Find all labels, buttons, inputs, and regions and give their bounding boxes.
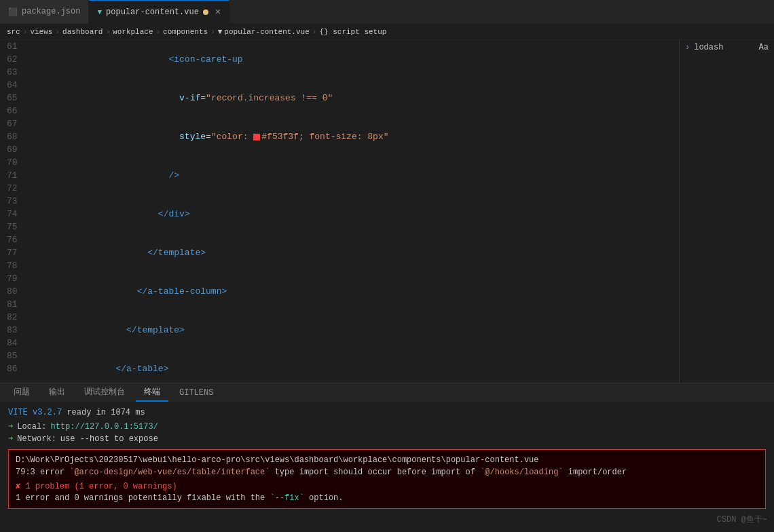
network-url-line: ➜ Network: use --host to expose [8,434,766,444]
code-line-66: </template> [31,233,679,272]
breadcrumb-dashboard: dashboard [62,28,103,36]
breadcrumb-workplace: workplace [113,28,153,36]
tab-package-json[interactable]: ⬛ package.json [0,0,89,24]
breadcrumb-components: components [163,28,208,36]
tab-close-button[interactable]: × [215,7,221,18]
network-text: use --host to expose [60,434,158,444]
network-label: Network: [17,434,56,444]
error-box: D:\Work\PrOjects\20230517\webui\hello-ar… [8,449,766,509]
right-panel-item: lodash [694,43,723,52]
error-count: ✘ 1 problem (1 error, 0 warnings) [16,481,758,491]
code-line-68: </template> [31,311,679,349]
code-editor[interactable]: 61 62 63 64 65 66 67 68 69 70 71 72 73 7… [0,40,679,383]
editor-area: 61 62 63 64 65 66 67 68 69 70 71 72 73 7… [0,40,774,383]
error-message: 79:3 error `@arco-design/web-vue/es/tabl… [16,468,758,477]
local-url: http://127.0.0.1:5173/ [50,422,158,432]
right-panel-aa: Aa [759,43,769,52]
panel-tab-output[interactable]: 输出 [41,383,73,402]
tab-label-popular-content: popular-content.vue [106,7,199,17]
error-fix: 1 error and 0 warnings potentially fixab… [16,493,758,503]
vite-time: 1074 ms [111,408,145,417]
right-panel-header: › lodash Aa [685,43,769,52]
panel-tab-terminal[interactable]: 终端 [136,383,168,402]
code-line-63: style="color: #f53f3f; font-size: 8px" [31,117,679,156]
code-lines[interactable]: <icon-caret-up v-if="record.increases !=… [24,40,679,383]
color-swatch [253,134,260,140]
panel-content: VITE v3.2.7 ready in 1074 ms ➜ Local: ht… [0,402,774,532]
local-url-line: ➜ Local: http://127.0.0.1:5173/ [8,421,766,432]
panel-tabs: 问题 输出 调试控制台 终端 GITLENS [0,383,774,402]
tab-label-package-json: package.json [22,7,80,16]
vue-icon: ▼ [97,8,102,16]
tab-popular-content-vue[interactable]: ▼ popular-content.vue × [89,0,229,24]
code-line-65: </div> [31,195,679,233]
panel-tab-debug[interactable]: 调试控制台 [76,383,133,402]
breadcrumb-views: views [30,28,52,36]
local-label: Local: [17,422,46,432]
breadcrumb-filename: popular-content.vue [224,28,309,36]
panel-tab-gitlens[interactable]: GITLENS [171,385,221,402]
json-icon: ⬛ [8,7,18,16]
breadcrumb: src › views › dashboard › workplace › co… [0,24,774,40]
code-line-67: </a-table-column> [31,272,679,311]
breadcrumb-scope: {} script setup [319,28,386,36]
vite-ready-line: VITE v3.2.7 ready in 1074 ms [8,408,766,417]
modified-indicator [203,10,208,15]
vite-version: VITE v3.2.7 [8,408,62,417]
code-line-62: v-if="record.increases !== 0" [31,79,679,117]
breadcrumb-vue-icon: ▼ [218,28,223,36]
line-numbers: 61 62 63 64 65 66 67 68 69 70 71 72 73 7… [0,40,24,383]
right-panel-arrow: › [685,43,690,52]
code-content: 61 62 63 64 65 66 67 68 69 70 71 72 73 7… [0,40,679,383]
watermark: CSDN @鱼干~ [717,514,767,525]
vite-ready-text: ready in [67,408,111,417]
code-line-69: </a-table> [31,349,679,383]
error-path: D:\Work\PrOjects\20230517\webui\hello-ar… [16,455,758,465]
code-line-64: /> [31,156,679,195]
bottom-panel: 问题 输出 调试控制台 终端 GITLENS VITE v3.2.7 ready… [0,383,774,532]
arrow-local: ➜ [8,421,13,432]
arrow-network: ➜ [8,434,13,444]
breadcrumb-src: src [7,28,20,36]
code-line-61: <icon-caret-up [31,40,679,79]
panel-tab-issues[interactable]: 问题 [5,383,38,402]
right-panel: › lodash Aa [679,40,774,383]
tab-bar: ⬛ package.json ▼ popular-content.vue × [0,0,774,24]
